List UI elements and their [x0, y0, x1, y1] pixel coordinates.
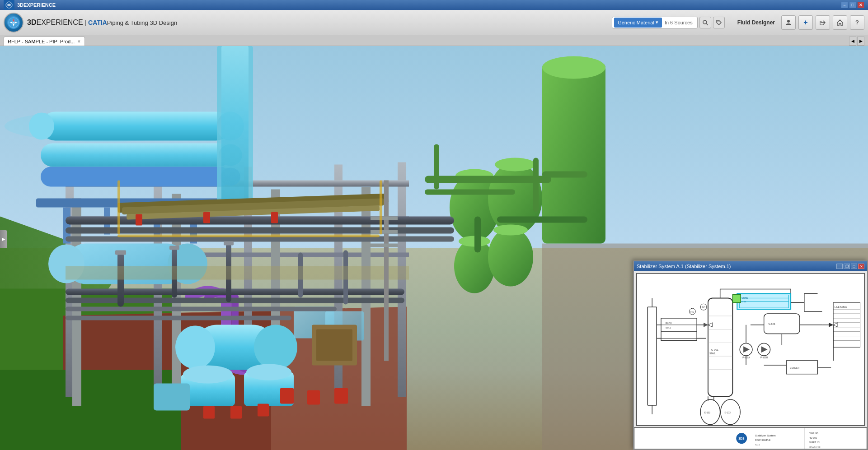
tab-close-button[interactable]: ✕	[77, 39, 81, 44]
help-icon: ?	[855, 19, 859, 26]
pid-panel: Stabilizer System A.1 (Stabilizer System…	[633, 260, 868, 450]
logo-area	[4, 13, 23, 32]
svg-text:3DS: 3DS	[738, 437, 745, 440]
svg-rect-104	[371, 230, 398, 234]
viewport-container: ▶	[0, 46, 868, 450]
material-label: Generic Material	[618, 20, 654, 25]
add-icon: +	[803, 19, 807, 27]
svg-text:STAB.: STAB.	[709, 353, 716, 355]
svg-text:CATIA P&T 3D: CATIA P&T 3D	[809, 446, 821, 448]
pid-minimize-button[interactable]: –	[836, 264, 843, 269]
title-bar-text: 3DEXPERIENCE	[17, 2, 56, 8]
search-area: Generic Material ▾ In 6 Sources	[612, 17, 724, 28]
tab-label: RFLP - SAMPLE - PIP_Prod...	[8, 39, 75, 44]
close-button[interactable]: ✕	[857, 2, 864, 8]
app-title: 3DEXPERIENCE | CATIAPiping & Tubing 3D D…	[27, 19, 177, 27]
minimize-button[interactable]: –	[841, 2, 848, 8]
svg-rect-83	[203, 406, 215, 419]
svg-rect-89	[66, 316, 291, 320]
svg-text:DWG NO:: DWG NO:	[809, 432, 819, 435]
svg-text:TIC: TIC	[702, 306, 705, 309]
svg-text:Stabilizer System: Stabilizer System	[755, 434, 776, 437]
svg-rect-80	[280, 388, 294, 404]
svg-text:E-101: E-101	[741, 301, 746, 303]
svg-rect-110	[634, 427, 867, 449]
svg-point-2	[13, 22, 14, 23]
dropdown-arrow: ▾	[656, 19, 658, 25]
svg-rect-98	[136, 214, 142, 226]
pid-close-button[interactable]: ✕	[858, 264, 864, 269]
app-name-experience: EXPERIENCE	[36, 19, 83, 26]
svg-text:C-001: C-001	[711, 348, 718, 351]
fluid-designer-label: Fluid Designer	[737, 19, 775, 26]
svg-rect-60	[497, 217, 587, 223]
compass-button[interactable]	[4, 13, 23, 32]
add-button[interactable]: +	[798, 15, 813, 30]
maximize-button[interactable]: □	[849, 2, 856, 8]
ds-logo-icon	[4, 0, 14, 10]
app-separator: |	[83, 19, 88, 26]
pid-restore-button[interactable]: ❐	[844, 264, 850, 269]
svg-rect-31	[41, 144, 230, 167]
svg-text:E-103: E-103	[725, 412, 731, 414]
svg-rect-81	[307, 390, 320, 405]
svg-rect-100	[271, 212, 278, 223]
svg-text:PID-001: PID-001	[809, 437, 817, 439]
svg-rect-79	[316, 329, 352, 361]
svg-rect-95	[115, 251, 126, 255]
svg-rect-58	[533, 158, 539, 212]
svg-text:V-101: V-101	[769, 323, 775, 325]
svg-text:LINE TABLE: LINE TABLE	[835, 306, 847, 308]
user-button[interactable]	[781, 15, 796, 30]
svg-text:Rev A: Rev A	[755, 444, 760, 446]
share-button[interactable]	[816, 15, 830, 30]
search-icon-button[interactable]	[699, 17, 711, 28]
pid-title-controls: – ❐ □ ✕	[836, 264, 864, 269]
active-tab[interactable]: RFLP - SAMPLE - PIP_Prod... ✕	[4, 37, 85, 46]
title-bar-left: 3DEXPERIENCE	[4, 0, 56, 10]
material-search-button[interactable]: Generic Material ▾	[614, 18, 662, 28]
svg-text:COOLER: COOLER	[790, 367, 799, 369]
title-bar-controls: – □ ✕	[841, 2, 864, 8]
main-toolbar: 3DEXPERIENCE | CATIAPiping & Tubing 3D D…	[0, 10, 868, 35]
svg-point-53	[488, 228, 533, 287]
compass-inner	[7, 16, 20, 29]
search-sources-text: In 6 Sources	[662, 20, 695, 25]
svg-point-54	[493, 225, 528, 236]
svg-point-5	[718, 21, 718, 22]
svg-point-72	[183, 366, 233, 384]
svg-rect-44	[221, 46, 249, 203]
app-container: 3DEXPERIENCE – □ ✕	[0, 0, 868, 450]
svg-rect-107	[117, 181, 120, 235]
toggle-arrow: ▶	[2, 237, 5, 241]
pid-diagram: EXCH SHX-1 C-001 STAB.	[634, 271, 867, 449]
right-toolbar: Fluid Designer +	[737, 15, 864, 30]
svg-text:COND: COND	[741, 297, 748, 299]
pid-maximize-button[interactable]: □	[851, 264, 857, 269]
pid-title-bar: Stabilizer System A.1 (Stabilizer System…	[634, 261, 867, 271]
tab-nav-right[interactable]: ▶	[857, 37, 864, 46]
svg-point-50	[495, 158, 535, 172]
svg-point-69	[254, 325, 297, 370]
home-button[interactable]	[833, 15, 847, 30]
svg-rect-55	[425, 176, 551, 183]
tab-nav-left[interactable]: ◀	[849, 37, 856, 46]
svg-rect-103	[371, 217, 398, 220]
left-panel-toggle[interactable]: ▶	[0, 230, 7, 248]
tag-button[interactable]	[713, 17, 725, 28]
svg-rect-56	[425, 190, 515, 195]
svg-text:P-101B: P-101B	[760, 357, 768, 359]
svg-rect-82	[334, 388, 348, 404]
svg-text:RFLP-SAMPLE: RFLP-SAMPLE	[755, 439, 771, 441]
svg-rect-145	[732, 294, 741, 302]
svg-rect-33	[41, 167, 230, 187]
app-name-3d: 3D	[27, 19, 36, 26]
svg-text:FIC: FIC	[690, 311, 694, 313]
pid-content[interactable]: EXCH SHX-1 C-001 STAB.	[634, 271, 867, 449]
svg-rect-96	[169, 246, 179, 250]
svg-rect-97	[224, 241, 234, 246]
svg-point-46	[542, 56, 605, 79]
help-button[interactable]: ?	[850, 15, 864, 30]
svg-rect-99	[203, 212, 210, 223]
svg-rect-118	[661, 318, 697, 340]
